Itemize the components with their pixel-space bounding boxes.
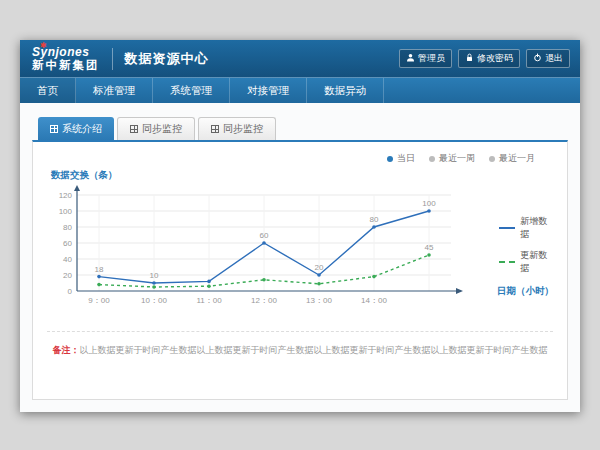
tab-system-intro-label: 系统介绍 <box>62 122 102 136</box>
dashed-line-icon <box>499 261 515 263</box>
header-actions: 管理员 修改密码 退出 <box>399 49 570 68</box>
chart-legend: 新增数据 更新数据 <box>499 215 553 275</box>
svg-text:18: 18 <box>95 265 104 274</box>
grid-icon <box>130 125 138 133</box>
legend-updated-data[interactable]: 更新数据 <box>499 249 553 275</box>
svg-text:12：00: 12：00 <box>251 296 277 305</box>
admin-button[interactable]: 管理员 <box>399 49 452 68</box>
svg-text:100: 100 <box>59 207 73 216</box>
filter-last-month-label: 最近一月 <box>499 152 535 165</box>
legend-new-data-label: 新增数据 <box>520 215 553 241</box>
svg-text:10: 10 <box>150 271 159 280</box>
svg-text:80: 80 <box>370 215 379 224</box>
chart-row: 0204060801001209：0010：0011：0012：0013：001… <box>47 185 553 315</box>
tab-sync-monitor-2[interactable]: 同步监控 <box>198 117 276 140</box>
app-header: ✱ Synjones 新中新集团 数据资源中心 管理员 修改密码 <box>20 40 580 77</box>
grid-icon <box>50 125 58 133</box>
footnote: 备注：以上数据更新于时间产生数据以上数据更新于时间产生数据以上数据更新于时间产生… <box>47 331 553 357</box>
nav-item-standard-mgmt[interactable]: 标准管理 <box>76 78 153 103</box>
logout-button[interactable]: 退出 <box>526 49 570 68</box>
svg-text:20: 20 <box>315 263 324 272</box>
content-area: 系统介绍 同步监控 同步监控 当日 最近一周 <box>20 103 580 412</box>
nav-item-home[interactable]: 首页 <box>20 78 76 103</box>
legend-updated-data-label: 更新数据 <box>520 249 553 275</box>
user-icon <box>406 53 415 64</box>
svg-text:13：00: 13：00 <box>306 296 332 305</box>
svg-text:10：00: 10：00 <box>141 296 167 305</box>
line-chart: 0204060801001209：0010：0011：0012：0013：001… <box>47 185 497 315</box>
brand-logo: ✱ Synjones 新中新集团 <box>30 46 100 72</box>
svg-text:20: 20 <box>63 271 72 280</box>
logo-star-icon: ✱ <box>40 42 47 51</box>
chart-panel: 当日 最近一周 最近一月 数据交换（条） 0204060801001209：00… <box>32 140 568 400</box>
legend-new-data[interactable]: 新增数据 <box>499 215 553 241</box>
tab-sync-monitor-1-label: 同步监控 <box>142 122 182 136</box>
svg-text:100: 100 <box>422 199 436 208</box>
filter-last-month[interactable]: 最近一月 <box>489 152 535 165</box>
change-password-label: 修改密码 <box>477 52 513 65</box>
radio-dot-icon <box>387 156 393 162</box>
svg-text:14：00: 14：00 <box>361 296 387 305</box>
svg-text:45: 45 <box>425 243 434 252</box>
admin-button-label: 管理员 <box>418 52 445 65</box>
filter-today-label: 当日 <box>397 152 415 165</box>
nav-item-system-mgmt[interactable]: 系统管理 <box>153 78 230 103</box>
grid-icon <box>211 125 219 133</box>
logout-label: 退出 <box>545 52 563 65</box>
change-password-button[interactable]: 修改密码 <box>458 49 520 68</box>
main-nav: 首页 标准管理 系统管理 对接管理 数据异动 <box>20 77 580 103</box>
filter-last-week-label: 最近一周 <box>439 152 475 165</box>
svg-text:60: 60 <box>63 239 72 248</box>
solid-line-icon <box>499 227 515 229</box>
svg-text:0: 0 <box>68 287 73 296</box>
page-title: 数据资源中心 <box>125 50 209 68</box>
svg-text:80: 80 <box>63 223 72 232</box>
x-axis-title: 日期（小时） <box>497 285 554 298</box>
header-divider <box>112 48 113 70</box>
tab-system-intro[interactable]: 系统介绍 <box>38 117 114 140</box>
nav-item-connect-mgmt[interactable]: 对接管理 <box>230 78 307 103</box>
footnote-prefix: 备注： <box>53 345 80 355</box>
power-icon <box>533 53 542 64</box>
tab-sync-monitor-1[interactable]: 同步监控 <box>117 117 195 140</box>
brand-name-cn: 新中新集团 <box>32 59 100 72</box>
svg-text:40: 40 <box>63 255 72 264</box>
svg-text:120: 120 <box>59 191 73 200</box>
radio-dot-icon <box>489 156 495 162</box>
nav-item-data-change[interactable]: 数据异动 <box>307 78 384 103</box>
filter-today[interactable]: 当日 <box>387 152 415 165</box>
lock-icon <box>465 53 474 64</box>
app-window: ✱ Synjones 新中新集团 数据资源中心 管理员 修改密码 <box>20 40 580 412</box>
svg-text:60: 60 <box>260 231 269 240</box>
time-range-filters: 当日 最近一周 最近一月 <box>47 152 535 165</box>
y-axis-title: 数据交换（条） <box>51 169 553 182</box>
svg-text:9：00: 9：00 <box>88 296 110 305</box>
chart-side-column: 新增数据 更新数据 日期（小时） <box>497 185 553 315</box>
tab-bar: 系统介绍 同步监控 同步监控 <box>32 117 568 140</box>
footnote-text: 以上数据更新于时间产生数据以上数据更新于时间产生数据以上数据更新于时间产生数据以… <box>80 345 548 355</box>
svg-text:11：00: 11：00 <box>196 296 222 305</box>
filter-last-week[interactable]: 最近一周 <box>429 152 475 165</box>
radio-dot-icon <box>429 156 435 162</box>
tab-sync-monitor-2-label: 同步监控 <box>223 122 263 136</box>
